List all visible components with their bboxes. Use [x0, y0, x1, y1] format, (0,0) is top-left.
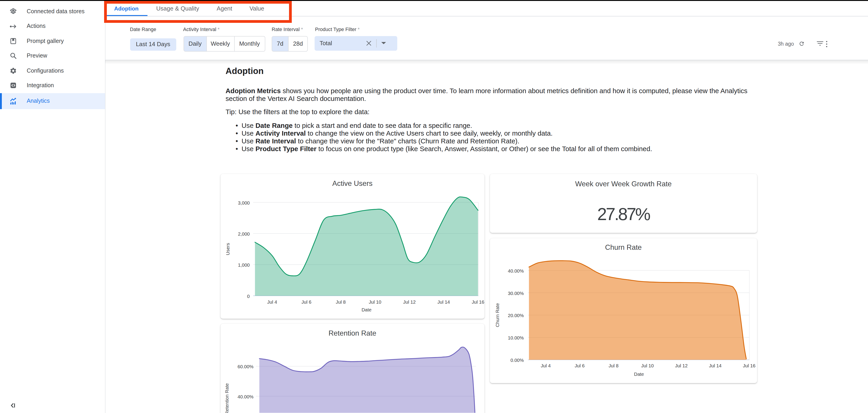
svg-text:40.00%: 40.00% [238, 394, 253, 399]
svg-text:Users: Users [225, 243, 230, 255]
svg-text:Jul 16: Jul 16 [471, 299, 484, 304]
svg-text:Jul 12: Jul 12 [675, 363, 688, 369]
svg-text:Jul 8: Jul 8 [609, 363, 618, 369]
svg-text:10.00%: 10.00% [508, 336, 524, 341]
svg-text:Jul 14: Jul 14 [437, 299, 450, 304]
svg-text:Jul 16: Jul 16 [743, 363, 755, 369]
svg-text:Jul 8: Jul 8 [336, 299, 345, 304]
svg-text:Date: Date [362, 307, 371, 312]
svg-text:2,000: 2,000 [238, 231, 250, 236]
svg-text:0.00%: 0.00% [510, 358, 524, 363]
svg-text:Jul 4: Jul 4 [267, 299, 277, 304]
svg-text:Jul 6: Jul 6 [575, 363, 585, 369]
svg-text:20.00%: 20.00% [508, 313, 524, 318]
svg-text:3,000: 3,000 [238, 200, 250, 205]
svg-text:40.00%: 40.00% [508, 268, 524, 274]
svg-text:Jul 4: Jul 4 [540, 363, 551, 369]
svg-text:Jul 10: Jul 10 [641, 363, 654, 369]
svg-text:Churn Rate: Churn Rate [495, 303, 500, 327]
svg-text:30.00%: 30.00% [508, 291, 524, 296]
svg-text:Jul 10: Jul 10 [369, 299, 381, 304]
svg-text:60.00%: 60.00% [238, 364, 253, 369]
svg-text:Date: Date [634, 372, 644, 377]
svg-text:0: 0 [247, 293, 250, 298]
svg-text:Jul 12: Jul 12 [403, 299, 415, 304]
svg-text:1,000: 1,000 [238, 262, 250, 267]
svg-text:Retention Rate: Retention Rate [224, 383, 229, 413]
svg-text:Jul 6: Jul 6 [301, 299, 311, 304]
svg-text:Jul 14: Jul 14 [709, 363, 721, 369]
